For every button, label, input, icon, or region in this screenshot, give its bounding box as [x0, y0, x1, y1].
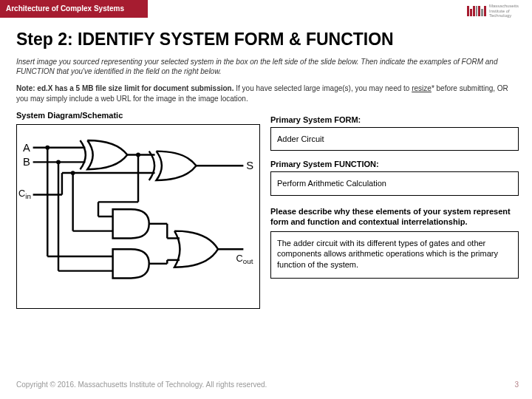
note-bold: Note: ed.X has a 5 MB file size limit fo…: [16, 84, 234, 92]
svg-point-27: [136, 153, 140, 157]
description-field[interactable]: The adder circuit with its different typ…: [270, 231, 519, 279]
instructions-text: Insert image you sourced representing yo…: [16, 57, 519, 76]
two-column-layout: System Diagram/Schematic: [16, 111, 519, 309]
mit-logo-bars: [467, 6, 486, 16]
left-column: System Diagram/Schematic: [16, 111, 260, 309]
course-title-bar: Architecture of Complex Systems: [0, 0, 148, 18]
right-column: Primary System FORM: Adder Circuit Prima…: [270, 111, 519, 309]
form-label: Primary System FORM:: [270, 115, 519, 124]
mit-logo: MassachusettsInstitute ofTechnology: [467, 4, 519, 18]
svg-point-25: [56, 160, 61, 164]
function-label: Primary System FUNCTION:: [270, 160, 519, 168]
input-b-label: B: [23, 156, 30, 168]
course-title: Architecture of Complex Systems: [6, 4, 124, 13]
page-title: Step 2: IDENTIFY SYSTEM FORM & FUNCTION: [16, 30, 519, 50]
output-s-label: S: [246, 160, 253, 171]
mit-logo-text: MassachusettsInstitute ofTechnology: [489, 4, 519, 18]
adder-circuit-diagram: A B Cin S Cout: [18, 128, 258, 305]
function-value: Perform Arithmetic Calculation: [277, 179, 386, 188]
input-cin-label: Cin: [18, 188, 31, 200]
form-value: Adder Circuit: [277, 134, 324, 143]
input-a-label: A: [23, 142, 30, 154]
note-text: Note: ed.X has a 5 MB file size limit fo…: [16, 83, 519, 103]
description-label: Please describe why these elements of yo…: [270, 206, 519, 228]
resize-link[interactable]: resize: [412, 84, 432, 92]
copyright-text: Copyright © 2016. Massachusetts Institut…: [16, 381, 267, 389]
svg-point-24: [45, 146, 50, 150]
note-rest: If you have selected large image(s), you…: [234, 84, 412, 92]
diagram-box: A B Cin S Cout: [16, 124, 260, 309]
output-cout-label: Cout: [236, 253, 253, 265]
description-value: The adder circuit with its different typ…: [277, 239, 498, 269]
diagram-label: System Diagram/Schematic: [16, 111, 260, 120]
function-field[interactable]: Perform Arithmetic Calculation: [270, 171, 519, 195]
slide-content: Step 2: IDENTIFY SYSTEM FORM & FUNCTION …: [16, 30, 519, 309]
page-number: 3: [514, 381, 519, 389]
form-field[interactable]: Adder Circuit: [270, 127, 519, 151]
svg-point-26: [71, 171, 75, 175]
